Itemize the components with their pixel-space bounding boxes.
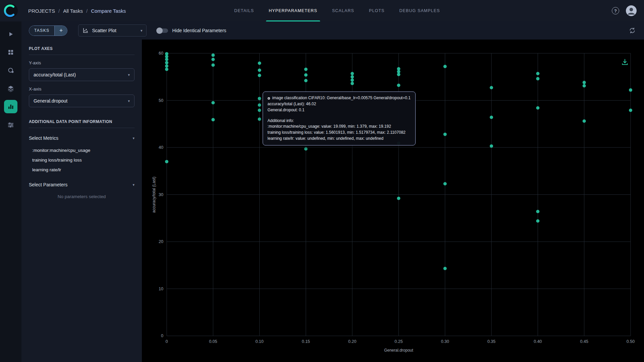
scatter-point[interactable] — [583, 119, 586, 123]
scatter-point[interactable] — [211, 118, 215, 121]
clearml-logo-icon — [3, 3, 18, 18]
tab-details[interactable]: DETAILS — [227, 0, 261, 21]
auto-refresh-icon[interactable] — [629, 27, 636, 34]
y-tick-label: 50 — [159, 98, 163, 103]
scatter-point[interactable] — [583, 84, 586, 87]
scatter-point[interactable] — [490, 86, 493, 89]
x-axis-label: X-axis — [29, 86, 135, 92]
scatter-point[interactable] — [536, 106, 539, 110]
scatter-point[interactable] — [165, 58, 168, 61]
scatter-point[interactable] — [629, 109, 632, 112]
metric-item[interactable]: training loss/training loss — [29, 155, 135, 165]
grid-icon — [7, 49, 14, 56]
header-actions: ? — [612, 5, 644, 16]
chart-pane: 00.050.100.150.200.250.300.350.400.450.5… — [142, 40, 644, 362]
scatter-point[interactable] — [351, 78, 354, 82]
avatar-icon — [626, 5, 637, 16]
x-tick-label: 0.50 — [627, 339, 635, 344]
scatter-point[interactable] — [536, 72, 539, 75]
x-tick-label: 0.45 — [580, 339, 588, 344]
sidebar-item-pipelines[interactable] — [4, 82, 17, 95]
scatter-point[interactable] — [258, 117, 261, 121]
scatter-point[interactable] — [258, 74, 261, 77]
help-icon[interactable]: ? — [612, 7, 619, 14]
tasks-button[interactable]: TASKS + — [29, 25, 67, 36]
scatter-point[interactable] — [397, 197, 400, 200]
scatter-point[interactable] — [304, 79, 308, 82]
scatter-point[interactable] — [443, 133, 447, 136]
scatter-point[interactable] — [443, 182, 447, 185]
scatter-point[interactable] — [258, 69, 261, 72]
scatter-point[interactable] — [443, 267, 447, 270]
scatter-point[interactable] — [443, 65, 447, 68]
scatter-point[interactable] — [536, 210, 539, 213]
sidebar-item-experiments[interactable] — [4, 100, 17, 113]
scatter-point[interactable] — [165, 61, 168, 64]
scatter-point[interactable] — [351, 82, 354, 85]
scatter-point[interactable] — [211, 58, 215, 61]
scatter-point[interactable] — [258, 109, 261, 112]
scatter-point[interactable] — [211, 101, 215, 105]
scatter-point[interactable] — [165, 64, 168, 68]
sidebar-item-dashboard[interactable] — [4, 27, 17, 41]
scatter-point[interactable] — [258, 104, 261, 107]
x-tick-label: 0.25 — [394, 339, 402, 344]
scatter-point[interactable] — [304, 73, 308, 77]
y-axis-value: accuracy/total (Last) — [34, 72, 76, 77]
tooltip-accuracy: accuracy/total (Last): 46.02 — [268, 101, 411, 107]
x-axis-value: General.dropout — [34, 98, 67, 104]
scatter-point[interactable] — [304, 147, 308, 150]
scatter-point[interactable] — [536, 219, 539, 223]
breadcrumb-projects[interactable]: PROJECTS — [28, 8, 55, 14]
x-axis-select[interactable]: General.dropout ▾ — [29, 95, 135, 107]
scatter-point[interactable] — [490, 144, 493, 148]
scatter-point[interactable] — [165, 68, 168, 71]
scatter-point[interactable] — [351, 72, 354, 75]
sidebar-item-datasets[interactable] — [4, 64, 17, 77]
download-icon[interactable] — [621, 58, 629, 66]
y-tick-label: 10 — [159, 287, 163, 291]
metric-item[interactable]: learning rate/lr — [29, 165, 135, 175]
scatter-point[interactable] — [165, 160, 168, 163]
hide-identical-toggle[interactable]: Hide Identical Parameters — [157, 28, 226, 33]
tab-hyperparameters[interactable]: HYPERPARAMETERS — [261, 0, 325, 21]
y-axis-select[interactable]: accuracy/total (Last) ▾ — [29, 68, 135, 81]
scatter-point[interactable] — [490, 116, 493, 119]
tab-scalars[interactable]: SCALARS — [325, 0, 362, 21]
y-tick-label: 0 — [161, 334, 163, 338]
scatter-point[interactable] — [629, 88, 632, 92]
breadcrumb-all-tasks[interactable]: All Tasks — [63, 8, 83, 14]
select-metrics-toggle[interactable]: Select Metrics ▾ — [29, 135, 135, 141]
tooltip-additional-header: Additional info: — [268, 118, 411, 124]
sidebar-item-projects[interactable] — [4, 46, 17, 59]
y-axis-label: Y-axis — [29, 60, 135, 65]
add-task-button[interactable]: + — [54, 26, 67, 36]
scatter-point[interactable] — [211, 54, 215, 57]
scatter-plot[interactable]: 00.050.100.150.200.250.300.350.400.450.5… — [142, 40, 644, 362]
tooltip-metric-line: training loss/training loss: value: 1.56… — [268, 130, 411, 136]
scatter-point[interactable] — [397, 84, 400, 87]
scatter-point[interactable] — [536, 77, 539, 80]
tab-plots[interactable]: PLOTS — [362, 0, 392, 21]
toggle-label: Hide Identical Parameters — [172, 28, 226, 33]
select-parameters-toggle[interactable]: Select Parameters ▾ — [29, 182, 135, 187]
tasks-button-label: TASKS — [29, 26, 54, 36]
user-avatar[interactable] — [626, 5, 637, 16]
layers-icon — [7, 85, 14, 92]
tooltip-title: image classification CIFAR10: General/ba… — [272, 95, 411, 101]
scatter-point[interactable] — [211, 63, 215, 67]
scatter-point[interactable] — [258, 62, 261, 65]
scatter-point[interactable] — [583, 81, 586, 84]
scatter-point[interactable] — [351, 75, 354, 78]
chart-type-select[interactable]: Scatter Plot ▾ — [78, 24, 147, 37]
sidebar-item-workers-queues[interactable] — [4, 118, 17, 131]
scatter-point[interactable] — [258, 97, 261, 100]
scatter-point[interactable] — [397, 73, 400, 76]
scatter-point[interactable] — [304, 68, 308, 71]
metric-item[interactable]: :monitor:machine/cpu_usage — [29, 145, 135, 155]
clearml-logo[interactable] — [0, 3, 21, 18]
breadcrumb-separator: / — [58, 8, 60, 14]
plot-axes-title: PLOT AXES — [29, 46, 135, 55]
toggle-track[interactable] — [157, 28, 168, 33]
tab-debug-samples[interactable]: DEBUG SAMPLES — [392, 0, 447, 21]
